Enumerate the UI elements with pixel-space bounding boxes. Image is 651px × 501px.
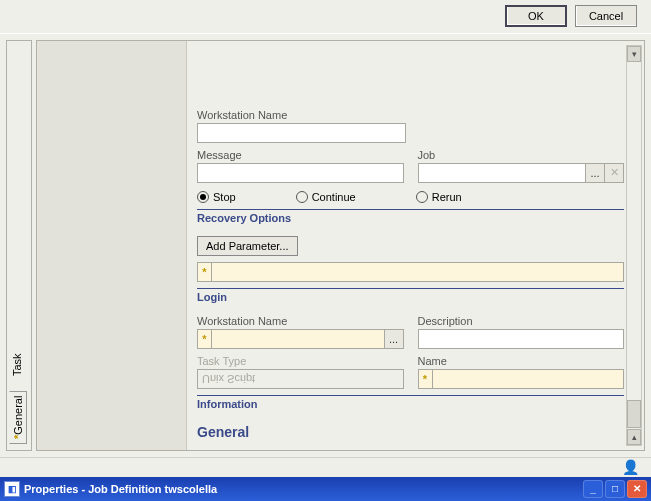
recovery-workstation-field[interactable] xyxy=(197,123,406,143)
radio-icon xyxy=(296,191,308,203)
minimize-button[interactable]: _ xyxy=(583,480,603,498)
cancel-button[interactable]: Cancel xyxy=(575,6,637,28)
toolbar-row: 👤 xyxy=(0,457,651,477)
clear-job-button[interactable]: ✕ xyxy=(604,163,624,183)
workstation-name-field[interactable] xyxy=(211,329,385,349)
recovery-job-field[interactable] xyxy=(418,163,587,183)
section-recovery-header: Recovery Options xyxy=(197,209,624,224)
name-label: Name xyxy=(418,355,625,367)
tab-task[interactable]: Task xyxy=(9,349,25,380)
tab-page: General Information Task Type * Name xyxy=(36,40,645,451)
scroll-down-button[interactable]: ▾ xyxy=(627,46,641,62)
browse-workstation-button[interactable]: ... xyxy=(384,329,404,349)
page-heading: General xyxy=(197,422,624,440)
titlebar: ◧ Properties - Job Definition twscolella… xyxy=(0,477,651,501)
task-type-field xyxy=(197,369,404,389)
dialog-button-bar: OK Cancel xyxy=(0,0,651,34)
add-parameter-button[interactable]: Add Parameter... xyxy=(197,236,298,256)
recovery-continue-radio[interactable]: Continue xyxy=(296,191,356,203)
section-login-header: Login xyxy=(197,288,624,303)
scroll-up-button[interactable]: ▴ xyxy=(627,429,641,445)
side-tabstrip: *General Task xyxy=(6,40,32,451)
required-marker-icon: * xyxy=(197,329,211,349)
recovery-message-label: Message xyxy=(197,149,404,161)
content-area: General Information Task Type * Name xyxy=(187,41,644,450)
window-title: Properties - Job Definition twscolella xyxy=(24,483,217,495)
recovery-workstation-label: Workstation Name xyxy=(197,109,406,121)
description-field[interactable] xyxy=(418,329,625,349)
recovery-job-label: Job xyxy=(418,149,625,161)
login-field[interactable] xyxy=(211,262,624,282)
scroll-thumb[interactable] xyxy=(627,400,641,428)
browse-job-button[interactable]: ... xyxy=(585,163,605,183)
user-icon: 👤 xyxy=(622,460,639,476)
required-marker-icon: * xyxy=(418,369,432,389)
close-button[interactable]: ✕ xyxy=(627,480,647,498)
task-type-label: Task Type xyxy=(197,355,404,367)
radio-icon xyxy=(197,191,209,203)
tab-general[interactable]: *General xyxy=(9,391,27,444)
app-icon: ◧ xyxy=(4,481,20,497)
workstation-name-label: Workstation Name xyxy=(197,315,404,327)
maximize-button[interactable]: □ xyxy=(605,480,625,498)
section-information-header: Information xyxy=(197,395,624,410)
ok-button[interactable]: OK xyxy=(505,6,567,28)
description-label: Description xyxy=(418,315,625,327)
name-field[interactable] xyxy=(432,369,625,389)
left-sidebar xyxy=(37,41,187,450)
vertical-scrollbar[interactable]: ▴ ▾ xyxy=(626,45,642,446)
recovery-message-field[interactable] xyxy=(197,163,404,183)
required-marker-icon: * xyxy=(197,262,211,282)
recovery-rerun-radio[interactable]: Rerun xyxy=(416,191,462,203)
radio-icon xyxy=(416,191,428,203)
recovery-stop-radio[interactable]: Stop xyxy=(197,191,236,203)
